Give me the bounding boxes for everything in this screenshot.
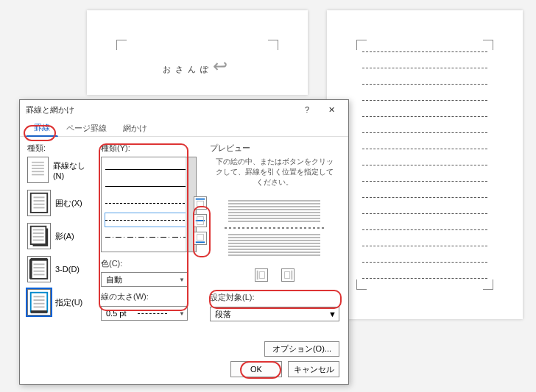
svg-rect-6: [34, 196, 45, 198]
svg-rect-19: [34, 263, 45, 265]
border-bottom-button[interactable]: [194, 232, 207, 245]
return-icon: ↩: [213, 56, 232, 76]
close-button[interactable]: ✕: [320, 105, 342, 115]
color-label: 色(C):: [101, 258, 197, 269]
doc-page-left: おさんぽ↩: [87, 10, 308, 95]
svg-rect-20: [34, 267, 45, 268]
setting-label: 指定(U): [55, 297, 82, 308]
settings-label: 種類:: [27, 143, 92, 154]
svg-rect-11: [31, 227, 46, 244]
svg-rect-5: [31, 193, 48, 213]
svg-rect-21: [34, 271, 45, 272]
setting-none-icon: [27, 157, 49, 183]
setting-label: 3-D(D): [55, 265, 80, 274]
svg-rect-1: [32, 165, 44, 166]
svg-rect-9: [34, 207, 45, 209]
applyto-dropdown[interactable]: 段落 ▼: [210, 307, 339, 321]
borders-shading-dialog: 罫線と網かけ ? ✕ 罫線 ページ罫線 網かけ 種類: 罫線なし(N) 囲む(X…: [19, 99, 349, 385]
crop-mark: [483, 279, 493, 290]
dialog-titlebar[interactable]: 罫線と網かけ ? ✕: [20, 100, 348, 119]
setting-label: 囲む(X): [55, 198, 82, 209]
ruled-line: [362, 213, 487, 214]
setting-shadow-icon: [27, 223, 51, 249]
setting-custom[interactable]: 指定(U): [27, 289, 92, 316]
preview-label: プレビュー: [210, 143, 339, 154]
width-dropdown[interactable]: 0.5 pt ▼: [101, 306, 188, 321]
ruled-line: [362, 132, 487, 133]
ruled-line: [362, 51, 487, 52]
svg-rect-2: [32, 168, 44, 169]
svg-rect-30: [197, 201, 204, 206]
ruled-line: [362, 229, 487, 230]
svg-rect-26: [34, 299, 45, 301]
svg-rect-4: [32, 174, 44, 176]
cancel-button[interactable]: キャンセル: [288, 361, 339, 377]
svg-rect-16: [31, 260, 48, 279]
ruled-line: [362, 246, 487, 246]
help-button[interactable]: ?: [296, 105, 318, 114]
ruled-line: [362, 197, 487, 198]
svg-rect-12: [33, 229, 44, 231]
svg-rect-25: [34, 296, 45, 297]
ruled-line: [362, 100, 487, 101]
border-top-button[interactable]: [194, 196, 207, 210]
svg-rect-34: [197, 235, 204, 240]
ruled-line: [362, 165, 487, 165]
svg-rect-0: [32, 162, 44, 163]
doc-page-right: [327, 10, 523, 319]
preview-hint: 下の絵の中、またはボタンをクリックして、罫線を引く位置を指定してください。: [210, 157, 339, 188]
setting-3d[interactable]: 3-D(D): [27, 256, 92, 282]
svg-rect-14: [33, 236, 44, 238]
svg-rect-7: [34, 200, 45, 202]
setting-box[interactable]: 囲む(X): [27, 190, 92, 216]
dialog-title: 罫線と網かけ: [26, 104, 74, 115]
ruled-line: [362, 68, 487, 68]
applyto-value: 段落: [215, 309, 231, 320]
svg-rect-53: [259, 272, 264, 279]
svg-rect-23: [31, 293, 48, 312]
border-right-button[interactable]: [281, 268, 295, 282]
crop-mark: [483, 40, 493, 50]
svg-rect-28: [34, 307, 45, 308]
chevron-down-icon: ▼: [179, 310, 185, 317]
crop-mark: [268, 40, 278, 50]
setting-label: 罫線なし(N): [53, 160, 92, 180]
linestyle-listbox[interactable]: [101, 157, 197, 252]
tab-borders[interactable]: 罫線: [26, 118, 58, 137]
color-dropdown[interactable]: 自動 ▼: [101, 272, 188, 287]
ruled-line: [362, 278, 487, 279]
chevron-down-icon: ▼: [328, 310, 336, 318]
setting-3d-icon: [27, 256, 51, 282]
setting-none[interactable]: 罫線なし(N): [27, 157, 92, 183]
crop-mark: [356, 40, 367, 50]
svg-rect-15: [33, 240, 44, 241]
width-value: 0.5 pt: [106, 309, 127, 318]
color-value: 自動: [106, 274, 122, 285]
setting-custom-icon: [27, 289, 51, 316]
setting-shadow[interactable]: 影(A): [27, 223, 92, 249]
doc-title-text: おさんぽ↩: [163, 51, 232, 78]
tab-shading[interactable]: 網かけ: [115, 119, 155, 137]
svg-rect-3: [32, 171, 44, 172]
tab-page-borders[interactable]: ページ罫線: [58, 119, 115, 137]
crop-mark: [356, 279, 367, 290]
border-left-button[interactable]: [255, 268, 268, 282]
chevron-down-icon: ▼: [179, 277, 185, 283]
ruled-line: [362, 262, 487, 263]
setting-box-icon: [27, 190, 51, 216]
border-mid-button[interactable]: [194, 214, 207, 227]
crop-mark: [116, 40, 127, 50]
preview-stage[interactable]: [210, 196, 339, 263]
svg-rect-55: [285, 272, 290, 279]
ruled-line: [362, 181, 487, 182]
ruled-line: [362, 149, 487, 149]
ok-button[interactable]: OK: [230, 361, 282, 377]
ruled-line: [362, 84, 487, 85]
applyto-label: 設定対象(L):: [210, 292, 255, 303]
svg-rect-13: [33, 232, 44, 234]
width-preview-line: [138, 313, 167, 314]
svg-rect-8: [34, 204, 45, 205]
svg-rect-22: [34, 274, 45, 275]
style-label: 種類(Y):: [101, 143, 197, 154]
svg-rect-27: [34, 303, 45, 304]
